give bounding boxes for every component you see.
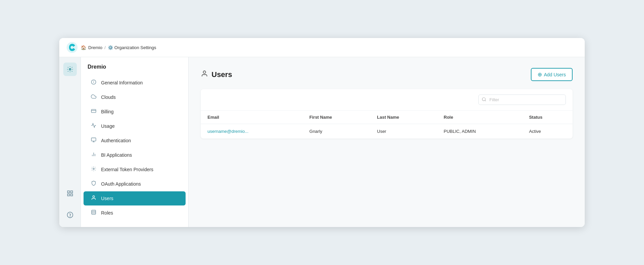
- icon-bar-grid[interactable]: [63, 187, 77, 200]
- breadcrumb-separator: /: [104, 45, 106, 50]
- icon-bar: [59, 57, 81, 227]
- sidebar: Dremio General Information: [81, 57, 189, 227]
- users-table: Email First Name Last Name Role Status u…: [201, 111, 573, 139]
- breadcrumb-home-icon: 🏠: [81, 45, 86, 50]
- svg-point-19: [93, 168, 94, 169]
- table-toolbar: [201, 89, 573, 111]
- usage-icon: [90, 123, 97, 129]
- svg-rect-5: [70, 194, 72, 196]
- icon-bar-settings[interactable]: [63, 63, 77, 76]
- add-users-plus-icon: ⊕: [538, 71, 542, 78]
- sidebar-title: Dremio: [81, 64, 188, 75]
- svg-rect-3: [70, 191, 72, 193]
- breadcrumb-home-label: Dremio: [88, 45, 102, 50]
- sidebar-item-oauth-applications[interactable]: OAuth Applications: [84, 177, 186, 191]
- bi-applications-icon: [90, 152, 97, 158]
- svg-rect-13: [91, 138, 96, 141]
- users-table-container: Email First Name Last Name Role Status u…: [201, 89, 573, 139]
- svg-point-1: [69, 69, 71, 70]
- search-icon: [482, 97, 486, 103]
- token-providers-icon: [90, 166, 97, 173]
- breadcrumb: 🏠 Dremio / ⚙️ Organization Settings: [81, 45, 156, 50]
- info-icon: [90, 79, 97, 86]
- svg-point-7: [70, 216, 70, 217]
- roles-icon: [90, 210, 97, 216]
- add-users-button[interactable]: ⊕ Add Users: [531, 68, 573, 81]
- col-status: Status: [522, 111, 573, 124]
- settings-icon: ⚙️: [108, 45, 113, 50]
- cloud-icon: [90, 94, 97, 101]
- sidebar-item-external-token-providers[interactable]: External Token Providers: [84, 162, 186, 177]
- page-title-text: Users: [212, 70, 232, 79]
- svg-point-20: [93, 196, 94, 197]
- col-email: Email: [201, 111, 303, 124]
- sidebar-item-label: Authentication: [101, 138, 131, 143]
- svg-rect-2: [67, 191, 69, 193]
- svg-rect-21: [92, 210, 96, 214]
- breadcrumb-home[interactable]: Dremio: [88, 45, 102, 50]
- svg-point-24: [203, 71, 205, 73]
- cell-email: username@dremio...: [201, 124, 303, 139]
- sidebar-item-bi-applications[interactable]: BI Applications: [84, 148, 186, 162]
- cell-role: PUBLIC, ADMIN: [437, 124, 522, 139]
- cell-first-name: Gnarly: [303, 124, 371, 139]
- breadcrumb-current: ⚙️ Organization Settings: [108, 45, 156, 50]
- sidebar-item-label: Billing: [101, 109, 114, 114]
- content-header: Users ⊕ Add Users: [201, 68, 573, 81]
- sidebar-item-label: External Token Providers: [101, 167, 153, 172]
- sidebar-item-label: BI Applications: [101, 152, 132, 158]
- cell-last-name: User: [370, 124, 437, 139]
- cell-status: Active: [522, 124, 573, 139]
- filter-input-wrap: [478, 94, 566, 105]
- oauth-icon: [90, 181, 97, 187]
- icon-bar-help[interactable]: [63, 208, 77, 222]
- sidebar-item-general-information[interactable]: General Information: [84, 76, 186, 90]
- sidebar-item-label: OAuth Applications: [101, 181, 141, 187]
- add-users-button-label: Add Users: [544, 72, 566, 77]
- page-title: Users: [201, 70, 232, 79]
- sidebar-item-roles[interactable]: Roles: [84, 206, 186, 220]
- topbar: 🏠 Dremio / ⚙️ Organization Settings: [59, 38, 585, 57]
- main-layout: Dremio General Information: [59, 57, 585, 227]
- sidebar-item-billing[interactable]: Billing: [84, 105, 186, 119]
- breadcrumb-current-label: Organization Settings: [115, 45, 156, 50]
- main-content: Users ⊕ Add Users: [189, 57, 585, 227]
- page-title-icon: [201, 70, 208, 79]
- users-icon: [90, 195, 97, 202]
- authentication-icon: [90, 137, 97, 144]
- dremio-logo: [66, 41, 78, 53]
- sidebar-item-users[interactable]: Users: [84, 191, 186, 205]
- col-role: Role: [437, 111, 522, 124]
- svg-line-26: [485, 100, 486, 101]
- email-link[interactable]: username@dremio...: [207, 129, 249, 134]
- sidebar-item-label: General Information: [101, 80, 143, 85]
- table-header-row: Email First Name Last Name Role Status: [201, 111, 573, 124]
- filter-input[interactable]: [478, 94, 566, 105]
- table-row: username@dremio... Gnarly User PUBLIC, A…: [201, 124, 573, 139]
- app-window: 🏠 Dremio / ⚙️ Organization Settings: [59, 38, 585, 227]
- sidebar-item-usage[interactable]: Usage: [84, 119, 186, 133]
- sidebar-item-label: Roles: [101, 210, 113, 216]
- svg-point-0: [67, 42, 77, 53]
- sidebar-item-label: Clouds: [101, 94, 116, 100]
- sidebar-item-label: Usage: [101, 123, 115, 129]
- sidebar-item-clouds[interactable]: Clouds: [84, 90, 186, 104]
- svg-point-6: [67, 212, 73, 218]
- sidebar-item-label: Users: [101, 196, 114, 201]
- svg-point-25: [482, 98, 485, 101]
- col-first-name: First Name: [303, 111, 371, 124]
- col-last-name: Last Name: [370, 111, 437, 124]
- sidebar-item-authentication[interactable]: Authentication: [84, 134, 186, 148]
- svg-rect-4: [67, 194, 69, 196]
- svg-rect-11: [91, 109, 96, 112]
- billing-icon: [90, 108, 97, 115]
